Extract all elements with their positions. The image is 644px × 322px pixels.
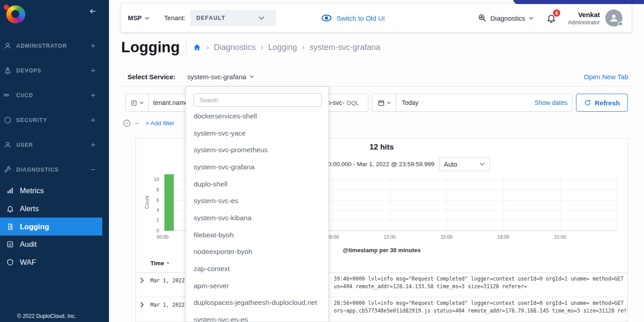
breadcrumb-separator: › [261,43,263,52]
service-option[interactable]: system-svc-kibana [186,209,328,227]
date-range-value[interactable]: Today [402,99,418,106]
service-dropdown: dockerservices-shellsystem-svc-yacesyste… [186,86,329,322]
expand-icon[interactable]: + [91,141,95,149]
query-text-left: tenant.name [153,99,188,106]
sidebar-item-security[interactable]: SECURITY + [0,108,109,132]
home-icon[interactable] [193,43,201,51]
x-tick-label: 12:00 [384,234,395,240]
breadcrumb-diagnostics[interactable]: Diagnostics [214,43,256,52]
calendar-menu-button[interactable] [372,94,396,111]
title-row: Logging › Diagnostics › Logging › system… [121,39,380,56]
time-column-header[interactable]: Time ▼ [150,260,170,267]
service-option[interactable]: dockerservices-shell [186,108,328,125]
service-option[interactable]: duplo-shell [186,176,328,193]
chevron-down-icon [140,101,144,104]
notifications-bell[interactable]: 6 [546,13,556,23]
log-timestamp: Mar 1, 2022 [150,302,185,308]
tenant-value: DEFAULT [196,15,226,21]
eye-icon [321,14,332,22]
person-icon [4,42,12,50]
diagnostics-menu[interactable]: Diagnostics [478,14,534,23]
gridline [617,176,617,231]
histogram-bar[interactable] [164,174,174,231]
service-option[interactable]: system-svc-grafana [186,159,328,176]
collapse-section-icon[interactable]: − [91,166,95,174]
show-dates-link[interactable]: Show dates [535,99,567,106]
open-new-tab-link[interactable]: Open New Tab [584,73,628,81]
y-tick-label: 2 [147,218,159,223]
chevron-down-icon [145,17,150,20]
expand-icon[interactable]: + [91,67,95,75]
msp-label: MSP [128,14,141,22]
switch-old-ui-link[interactable]: Switch to Old UI [321,14,385,22]
top-header: MSP Tenant: DEFAULT Switch to Old UI Dia… [121,4,631,32]
sidebar-item-diagnostics[interactable]: DIAGNOSTICS − [0,157,109,182]
shield-icon [4,116,12,124]
sidebar-item-label: DEVOPS [16,68,91,74]
add-filter-link[interactable]: + Add filter [145,120,174,127]
expand-icon[interactable]: + [91,42,95,50]
chevron-down-icon [480,163,485,166]
service-select[interactable]: system-svc-grafana [187,73,254,81]
expand-row-icon[interactable] [140,302,144,308]
dropdown-search-input[interactable] [194,93,322,107]
sidebar-item-metrics[interactable]: Metrics [0,182,109,200]
notification-toast [513,0,644,4]
expand-icon[interactable]: + [91,91,95,100]
service-row: Select Service: system-svc-grafana Open … [121,67,631,86]
avatar[interactable] [605,9,622,27]
duplocloud-logo[interactable] [4,5,29,24]
date-picker: Today Show dates [372,94,572,112]
service-option[interactable]: system-svc-es-es [186,311,328,322]
gridline [390,176,390,231]
expand-row-icon[interactable] [140,277,144,283]
interval-select[interactable]: Auto [439,157,490,171]
service-option[interactable]: filebeat-byoh [186,227,328,244]
chevron-down-icon [529,17,534,20]
breadcrumb-logging[interactable]: Logging [268,43,297,52]
sidebar-item-user[interactable]: USER + [0,132,109,157]
service-option[interactable]: zap-context [186,260,328,277]
add-filter-row: + Add filter [122,119,174,127]
x-tick-label: 21:00 [554,234,566,240]
diagnostics-label: Diagnostics [490,14,526,22]
chevron-down-icon [249,75,254,78]
y-tick-label: 8 [147,187,159,192]
y-tick-label: 4 [147,207,159,213]
select-service-label: Select Service: [127,73,176,81]
notification-count-badge: 6 [553,9,560,17]
service-option[interactable]: system-svc-es [186,192,328,209]
sidebar-item-alerts[interactable]: Alerts [0,200,109,218]
expand-icon[interactable]: + [91,116,95,124]
service-option[interactable]: nodeexporter-byoh [186,244,328,261]
sidebar-item-waf[interactable]: WAF [0,254,109,272]
breadcrumb-separator: › [206,43,209,52]
tenant-label: Tenant: [164,14,186,22]
dql-toggle[interactable]: DQL [347,100,359,106]
sidebar-item-logging[interactable]: Logging [0,218,102,236]
service-option[interactable]: system-svc-yace [186,125,328,142]
user-info[interactable]: Venkat Administrator [568,11,600,26]
sidebar-item-audit[interactable]: Audit [0,236,109,254]
circle-minus-icon[interactable] [122,119,131,127]
collapse-sidebar-icon[interactable] [88,7,97,17]
tenant-select[interactable]: DEFAULT [190,10,276,26]
diagnostics-submenu: Metrics Alerts Logging Audit WAF [0,182,109,271]
service-option[interactable]: duplospaces-jegatheesh-duplocloud.net [186,295,328,312]
refresh-button[interactable]: Refresh [576,94,628,112]
sidebar-item-devops[interactable]: DEVOPS + [0,58,109,83]
service-option[interactable]: system-svc-prometheus [186,141,328,159]
gridline [447,176,447,231]
sidebar-item-label: Logging [20,222,49,231]
sidebar-item-cicd[interactable]: ∞ CI/CD + [0,83,109,108]
user-name: Venkat [568,11,600,18]
sidebar-item-label: Alerts [20,204,39,213]
sidebar-item-administrator[interactable]: ADMINISTRATOR + [0,33,109,58]
person-icon [608,13,619,23]
time-header-label: Time [150,260,164,267]
online-status-dot [618,22,623,26]
service-option[interactable]: apm-server [186,277,328,295]
msp-menu[interactable]: MSP [128,14,150,22]
query-menu-button[interactable] [125,94,149,112]
chevron-down-icon [259,16,264,20]
